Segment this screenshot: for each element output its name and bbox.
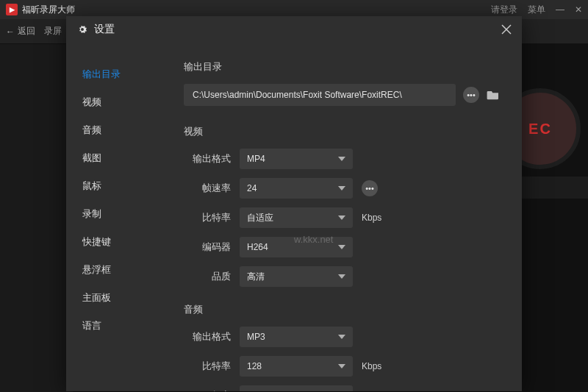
audio-freq-value: 48000	[247, 391, 271, 391]
audio-bitrate-label: 比特率	[184, 360, 231, 373]
chevron-down-icon	[338, 245, 345, 249]
audio-format-select[interactable]: MP3	[240, 327, 353, 347]
chevron-down-icon	[338, 274, 345, 279]
chevron-down-icon	[338, 186, 345, 190]
chevron-down-icon	[338, 364, 345, 368]
nav-video[interactable]: 视频	[66, 88, 169, 116]
chevron-down-icon	[338, 215, 345, 220]
audio-freq-select[interactable]: 48000	[240, 385, 353, 391]
dialog-content: 输出目录 C:\Users\admin\Documents\Foxit Soft…	[169, 43, 522, 391]
nav-hotkey[interactable]: 快捷键	[66, 228, 169, 256]
audio-bitrate-unit: Kbps	[362, 361, 381, 371]
app-logo-icon: ▶	[6, 4, 18, 15]
video-format-value: MP4	[247, 154, 265, 164]
fps-more-button[interactable]: •••	[362, 180, 378, 196]
audio-bitrate-select[interactable]: 128	[240, 356, 353, 377]
video-bitrate-unit: Kbps	[362, 213, 381, 223]
video-fps-select[interactable]: 24	[240, 178, 353, 199]
gear-icon	[76, 24, 88, 35]
chevron-down-icon	[338, 335, 345, 339]
back-button[interactable]: ← 返回	[6, 25, 35, 38]
video-quality-label: 品质	[184, 270, 231, 283]
login-link[interactable]: 请登录	[491, 4, 517, 16]
ellipsis-icon: •••	[467, 90, 476, 99]
video-format-label: 输出格式	[184, 152, 231, 165]
path-more-button[interactable]: •••	[463, 87, 479, 103]
video-encoder-label: 编码器	[184, 240, 231, 254]
dialog-titlebar: 设置	[66, 16, 522, 43]
audio-group-title: 音频	[184, 303, 500, 316]
tab-record[interactable]: 录屏	[44, 25, 62, 38]
audio-freq-label: 频率	[184, 389, 231, 391]
output-path-value: C:\Users\admin\Documents\Foxit Software\…	[193, 90, 402, 100]
nav-record[interactable]: 录制	[66, 200, 169, 228]
audio-format-value: MP3	[247, 332, 265, 342]
nav-mainpanel[interactable]: 主面板	[66, 284, 169, 312]
dialog-close-button[interactable]	[501, 24, 512, 35]
dialog-nav: 输出目录 视频 音频 截图 鼠标 录制 快捷键 悬浮框 主面板 语言	[66, 43, 169, 391]
video-fps-label: 帧速率	[184, 182, 231, 195]
open-folder-button[interactable]	[487, 90, 500, 100]
audio-bitrate-value: 128	[247, 361, 262, 371]
audio-group: 音频 输出格式 MP3 比特率 128 Kbps	[184, 303, 500, 391]
video-quality-value: 高清	[247, 271, 265, 283]
video-bitrate-value: 自适应	[247, 212, 273, 224]
close-icon	[501, 24, 512, 35]
chevron-down-icon	[338, 157, 345, 161]
video-fps-value: 24	[247, 183, 257, 193]
close-app-button[interactable]: ✕	[575, 4, 582, 15]
back-label: 返回	[18, 25, 35, 38]
ellipsis-icon: •••	[365, 184, 374, 193]
video-encoder-select[interactable]: H264	[240, 237, 353, 257]
record-label: EC	[528, 121, 552, 138]
output-path-field[interactable]: C:\Users\admin\Documents\Foxit Software\…	[184, 84, 456, 106]
section-output-title: 输出目录	[184, 60, 500, 74]
minimize-button[interactable]: —	[556, 4, 564, 15]
nav-float[interactable]: 悬浮框	[66, 256, 169, 284]
video-bitrate-label: 比特率	[184, 211, 231, 224]
audio-format-label: 输出格式	[184, 330, 231, 343]
arrow-left-icon: ←	[6, 26, 15, 37]
video-bitrate-select[interactable]: 自适应	[240, 207, 353, 228]
settings-dialog: 设置 输出目录 视频 音频 截图 鼠标 录制 快捷键 悬浮框 主面板 语言 输出…	[66, 16, 522, 391]
nav-language[interactable]: 语言	[66, 312, 169, 340]
menu-link[interactable]: 菜单	[528, 4, 545, 16]
nav-mouse[interactable]: 鼠标	[66, 172, 169, 200]
nav-output-dir[interactable]: 输出目录	[66, 60, 169, 88]
video-group: 视频 输出格式 MP4 帧速率 24 •••	[184, 125, 500, 287]
video-format-select[interactable]: MP4	[240, 149, 353, 169]
video-group-title: 视频	[184, 125, 500, 138]
app-title: 福昕录屏大师	[22, 4, 75, 16]
app-left-panel	[0, 44, 74, 392]
video-quality-select[interactable]: 高清	[240, 266, 353, 287]
nav-audio[interactable]: 音频	[66, 116, 169, 144]
video-encoder-value: H264	[247, 242, 268, 252]
nav-screenshot[interactable]: 截图	[66, 144, 169, 172]
dialog-title: 设置	[94, 23, 115, 36]
